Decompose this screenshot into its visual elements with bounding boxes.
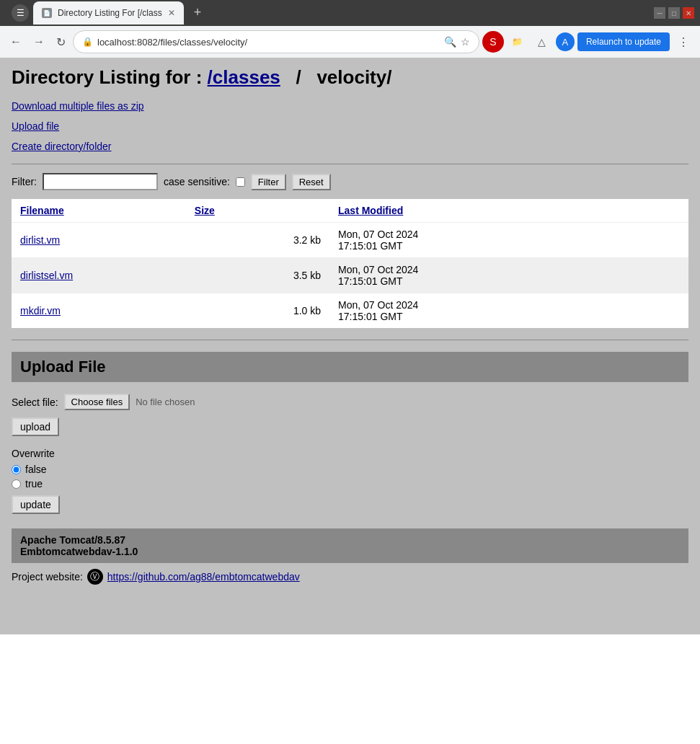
github-icon: Ⓥ xyxy=(87,569,103,585)
shield-icon[interactable]: S xyxy=(482,31,504,53)
true-radio-row: true xyxy=(12,478,688,490)
divider-2 xyxy=(12,340,688,340)
true-label: true xyxy=(25,478,43,490)
table-row: dirlist.vm 3.2 kb Mon, 07 Oct 2024 17:15… xyxy=(12,223,688,258)
file-table: Filename Size Last Modified dirlist.vm 3… xyxy=(12,199,688,328)
no-file-text: No file chosen xyxy=(136,397,195,407)
footer-line2: Embtomcatwebdav-1.1.0 xyxy=(20,546,680,557)
date1-1: Mon, 07 Oct 2024 xyxy=(338,229,418,240)
date2-2: 17:15:01 GMT xyxy=(338,275,403,287)
filter-row: Filter: case sensitive: Filter Reset xyxy=(12,173,688,190)
search-icon: 🔍 xyxy=(444,36,456,48)
page-content: Directory Listing for : /classes / veloc… xyxy=(0,58,700,634)
size-sort-link[interactable]: Size xyxy=(195,205,215,216)
app-menu-icon[interactable]: ☰ xyxy=(12,4,29,22)
table-row: dirlistsel.vm 3.5 kb Mon, 07 Oct 2024 17… xyxy=(12,258,688,293)
download-zip-link[interactable]: Download multiple files as zip xyxy=(12,100,688,112)
header-row: Filename Size Last Modified xyxy=(12,199,688,223)
lock-icon: 🔒 xyxy=(82,37,93,47)
size-header: Size xyxy=(186,199,329,223)
date1-2: Mon, 07 Oct 2024 xyxy=(338,264,418,275)
create-dir-link[interactable]: Create directory/folder xyxy=(12,141,688,152)
page-wrapper: Directory Listing for : /classes / veloc… xyxy=(0,58,700,634)
date-cell-2: Mon, 07 Oct 2024 17:15:01 GMT xyxy=(329,258,688,293)
overwrite-label: Overwrite xyxy=(12,448,688,459)
size-cell-3: 1.0 kb xyxy=(186,293,329,329)
filter-button[interactable]: Filter xyxy=(251,174,286,190)
close-button[interactable]: ✕ xyxy=(683,7,694,19)
address-bar: 🔒 🔍 ☆ xyxy=(73,30,479,53)
title-bar: ☰ 📄 Directory Listing For [/class ✕ + ─ … xyxy=(0,0,700,26)
case-sensitive-checkbox[interactable] xyxy=(236,177,245,187)
update-button[interactable]: update xyxy=(12,495,60,514)
date-cell-1: Mon, 07 Oct 2024 17:15:01 GMT xyxy=(329,223,688,258)
action-links: Download multiple files as zip Upload fi… xyxy=(12,100,688,152)
breadcrumb-classes[interactable]: /classes xyxy=(208,66,280,88)
active-tab[interactable]: 📄 Directory Listing For [/class ✕ xyxy=(33,1,184,25)
filename-cell: dirlist.vm xyxy=(12,223,186,258)
date2-3: 17:15:01 GMT xyxy=(338,311,403,322)
filename-header: Filename xyxy=(12,199,186,223)
true-radio[interactable] xyxy=(12,479,21,489)
date-cell-3: Mon, 07 Oct 2024 17:15:01 GMT xyxy=(329,293,688,329)
filename-sort-link[interactable]: Filename xyxy=(20,205,64,216)
footer-bottom: Project website: Ⓥ https://github.com/ag… xyxy=(12,563,688,590)
upload-form: Select file: Choose files No file chosen… xyxy=(12,391,688,517)
false-radio[interactable] xyxy=(12,465,21,474)
project-label: Project website: xyxy=(12,571,83,583)
browser-action-icon[interactable]: △ xyxy=(531,31,553,53)
modified-sort-link[interactable]: Last Modified xyxy=(338,205,403,216)
footer-line1: Apache Tomcat/8.5.87 xyxy=(20,534,680,546)
breadcrumb-velocity: velocity/ xyxy=(316,66,391,88)
file-link-dirlist[interactable]: dirlist.vm xyxy=(20,234,60,246)
choose-files-button[interactable]: Choose files xyxy=(64,394,130,410)
filter-label: Filter: xyxy=(12,176,37,187)
tab-close-icon[interactable]: ✕ xyxy=(168,8,175,18)
upload-button[interactable]: upload xyxy=(12,417,59,436)
forward-button[interactable]: → xyxy=(29,32,49,51)
menu-icon[interactable]: ⋮ xyxy=(673,31,694,53)
upload-section: Upload File Select file: Choose files No… xyxy=(12,352,688,517)
file-link-dirlistsel[interactable]: dirlistsel.vm xyxy=(20,270,73,281)
overwrite-section: Overwrite false true update xyxy=(12,448,688,514)
date1-3: Mon, 07 Oct 2024 xyxy=(338,299,418,311)
reset-button[interactable]: Reset xyxy=(292,174,331,190)
file-link-mkdir[interactable]: mkdir.vm xyxy=(20,305,61,316)
false-radio-row: false xyxy=(12,464,688,475)
relaunch-button[interactable]: Relaunch to update xyxy=(577,32,670,51)
page-title: Directory Listing for : /classes / veloc… xyxy=(12,66,688,89)
table-body: dirlist.vm 3.2 kb Mon, 07 Oct 2024 17:15… xyxy=(12,223,688,329)
nav-tools: S 📁 △ A Relaunch to update ⋮ xyxy=(482,31,694,53)
back-button[interactable]: ← xyxy=(6,32,26,51)
case-sensitive-label: case sensitive: xyxy=(164,176,230,187)
select-file-label: Select file: xyxy=(12,397,58,408)
upload-file-link[interactable]: Upload file xyxy=(12,120,688,132)
false-label: false xyxy=(25,464,47,475)
extensions-icon[interactable]: 📁 xyxy=(507,31,528,53)
tab-favicon: 📄 xyxy=(42,8,52,18)
size-cell-2: 3.5 kb xyxy=(186,258,329,293)
upload-header: Upload File xyxy=(12,352,688,382)
new-tab-button[interactable]: + xyxy=(188,5,208,20)
size-cell-1: 3.2 kb xyxy=(186,223,329,258)
divider-1 xyxy=(12,164,688,164)
filename-cell: dirlistsel.vm xyxy=(12,258,186,293)
filename-cell: mkdir.vm xyxy=(12,293,186,329)
reload-button[interactable]: ↻ xyxy=(52,32,70,52)
title-prefix: Directory Listing for : xyxy=(12,66,202,88)
profile-button[interactable]: A xyxy=(556,32,575,51)
table-header: Filename Size Last Modified xyxy=(12,199,688,223)
select-file-row: Select file: Choose files No file chosen xyxy=(12,394,688,410)
table-row: mkdir.vm 1.0 kb Mon, 07 Oct 2024 17:15:0… xyxy=(12,293,688,329)
project-url-link[interactable]: https://github.com/ag88/embtomcatwebdav xyxy=(107,571,300,583)
minimize-button[interactable]: ─ xyxy=(654,7,665,19)
filter-input[interactable] xyxy=(43,173,158,190)
footer-section: Apache Tomcat/8.5.87 Embtomcatwebdav-1.1… xyxy=(12,528,688,563)
tab-title: Directory Listing For [/class xyxy=(58,8,162,18)
browser-chrome: ☰ 📄 Directory Listing For [/class ✕ + ─ … xyxy=(0,0,700,58)
breadcrumb-sep1: / xyxy=(285,66,316,88)
url-input[interactable] xyxy=(97,37,440,48)
maximize-button[interactable]: □ xyxy=(668,7,680,19)
star-icon[interactable]: ☆ xyxy=(461,36,470,48)
nav-bar: ← → ↻ 🔒 🔍 ☆ S 📁 △ A Relaunch to update ⋮ xyxy=(0,26,700,58)
